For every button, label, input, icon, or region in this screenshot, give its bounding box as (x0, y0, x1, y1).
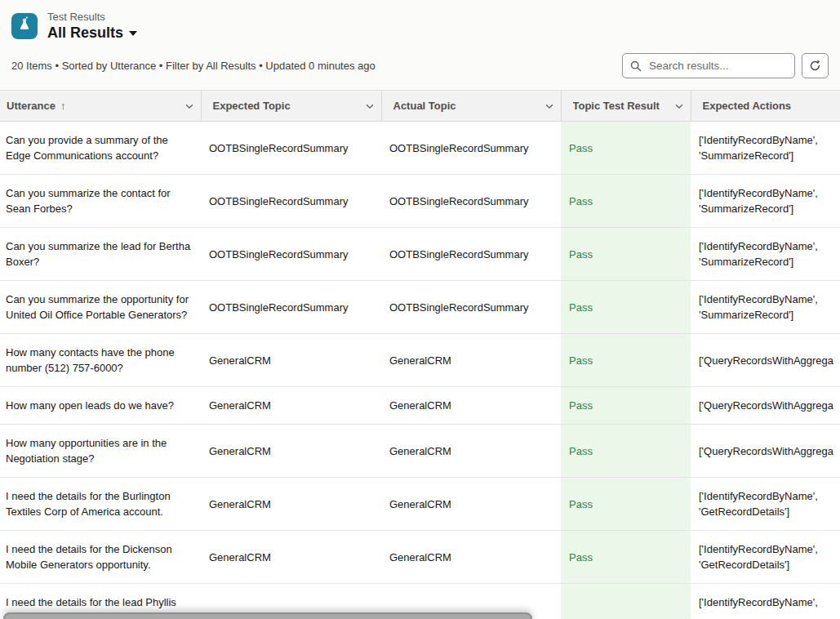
expected-topic-cell: OOTBSingleRecordSummary (201, 175, 381, 228)
table-row[interactable]: I need the details for the Dickenson Mob… (0, 531, 840, 584)
expected-actions-cell: ['IdentifyRecordByName', 'GetRecordDetai… (691, 478, 840, 531)
actual-topic-cell: GeneralCRM (381, 478, 561, 531)
table-row[interactable]: Can you summarize the opportunity for Un… (0, 281, 840, 334)
utterance-cell: Can you summarize the lead for Bertha Bo… (0, 228, 201, 281)
test-results-table: Utterance ↑ Expected Topic (0, 90, 840, 619)
table-row[interactable]: How many contacts have the phone number … (0, 334, 840, 387)
utterance-cell: Can you summarize the contact for Sean F… (0, 175, 201, 228)
column-header-topic-test-result[interactable]: Topic Test Result (561, 91, 691, 122)
table-row[interactable]: Can you provide a summary of the Edge Co… (0, 122, 840, 175)
expected-topic-cell: GeneralCRM (201, 531, 381, 584)
expected-actions-cell: ['QueryRecordsWithAggrega (691, 334, 840, 387)
utterance-cell: How many contacts have the phone number … (0, 334, 201, 387)
expected-actions-cell: ['IdentifyRecordByName', 'SummarizeRecor… (691, 122, 840, 175)
pass-badge: Pass (569, 498, 593, 510)
pass-badge: Pass (569, 445, 593, 457)
caret-down-icon (129, 31, 137, 36)
expected-topic-cell: OOTBSingleRecordSummary (201, 228, 381, 281)
table-header-row: Utterance ↑ Expected Topic (0, 91, 840, 122)
flask-icon (16, 16, 33, 37)
pass-badge: Pass (569, 248, 593, 261)
entity-label: Test Results (47, 11, 137, 24)
expected-actions-cell: ['IdentifyRecordByName', 'SummarizeRecor… (691, 281, 840, 334)
topic-test-result-cell: Pass (561, 478, 691, 531)
expected-topic-cell: GeneralCRM (201, 334, 381, 387)
column-header-expected-actions[interactable]: Expected Actions (691, 91, 840, 122)
expected-actions-cell: ['IdentifyRecordByName', 'GetRecordDetai… (691, 531, 840, 584)
expected-actions-cell: ['QueryRecordsWithAggrega (691, 387, 840, 425)
table-row[interactable]: Can you summarize the contact for Sean F… (0, 175, 840, 228)
utterance-cell: Can you provide a summary of the Edge Co… (0, 122, 201, 175)
chevron-down-icon[interactable] (365, 101, 375, 111)
utterance-cell: I need the details for the Burlington Te… (0, 478, 201, 531)
chevron-down-icon[interactable] (544, 101, 554, 111)
utterance-cell: Can you summarize the opportunity for Un… (0, 281, 201, 334)
refresh-button[interactable] (802, 53, 829, 78)
pass-badge: Pass (569, 551, 593, 563)
pass-badge: Pass (569, 142, 593, 154)
sort-ascending-icon: ↑ (60, 100, 66, 112)
pass-badge: Pass (569, 354, 593, 367)
view-name: All Results (47, 24, 123, 42)
pass-badge: Pass (569, 301, 593, 314)
actual-topic-cell: GeneralCRM (381, 425, 561, 478)
expected-actions-cell: ['IdentifyRecordByName', 'SummarizeRecor… (691, 228, 840, 281)
topic-test-result-cell: Pass (561, 425, 691, 478)
topic-test-result-cell: Pass (561, 531, 691, 584)
search-input[interactable] (647, 59, 787, 73)
pass-badge: Pass (569, 399, 593, 412)
horizontal-scrollbar-thumb[interactable] (3, 612, 532, 619)
expected-actions-cell: ['IdentifyRecordByName', 'SummarizeRecor… (691, 175, 840, 228)
expected-actions-cell: ['IdentifyRecordByName', (691, 584, 840, 619)
topic-test-result-cell: Pass (561, 228, 691, 281)
utterance-cell: I need the details for the Dickenson Mob… (0, 531, 201, 584)
topic-test-result-cell (561, 584, 691, 619)
column-header-utterance[interactable]: Utterance ↑ (0, 91, 201, 122)
expected-topic-cell: GeneralCRM (201, 387, 381, 425)
utterance-cell: How many open leads do we have? (0, 387, 201, 425)
test-results-object-icon (11, 13, 38, 39)
actual-topic-cell: GeneralCRM (381, 387, 561, 425)
actual-topic-cell: OOTBSingleRecordSummary (381, 122, 561, 175)
utterance-cell: How many opportunities are in the Negoti… (0, 425, 201, 478)
search-box[interactable] (622, 53, 795, 78)
list-view-selector[interactable]: All Results (47, 24, 137, 42)
pass-badge: Pass (569, 195, 593, 207)
actual-topic-cell: GeneralCRM (381, 334, 561, 387)
refresh-icon (809, 60, 821, 72)
table-row[interactable]: I need the details for the Burlington Te… (0, 478, 840, 531)
search-icon (630, 60, 642, 72)
actual-topic-cell: GeneralCRM (381, 531, 561, 584)
topic-test-result-cell: Pass (561, 334, 691, 387)
topic-test-result-cell: Pass (561, 281, 691, 334)
topic-test-result-cell: Pass (561, 175, 691, 228)
column-header-expected-topic[interactable]: Expected Topic (201, 91, 381, 122)
expected-topic-cell: OOTBSingleRecordSummary (201, 122, 381, 175)
topic-test-result-cell: Pass (561, 122, 691, 175)
expected-actions-cell: ['QueryRecordsWithAggrega (691, 425, 840, 478)
topic-test-result-cell: Pass (561, 387, 691, 425)
actual-topic-cell: OOTBSingleRecordSummary (381, 228, 561, 281)
list-summary-text: 20 Items • Sorted by Utterance • Filter … (11, 60, 376, 72)
actual-topic-cell: OOTBSingleRecordSummary (381, 175, 561, 228)
expected-topic-cell: GeneralCRM (201, 478, 381, 531)
expected-topic-cell: GeneralCRM (201, 425, 381, 478)
chevron-down-icon[interactable] (184, 101, 194, 111)
table-row[interactable]: How many open leads do we have? GeneralC… (0, 387, 840, 425)
list-view-header-panel: Test Results All Results 20 Items • Sort… (0, 0, 840, 90)
expected-topic-cell: OOTBSingleRecordSummary (201, 281, 381, 334)
actual-topic-cell: OOTBSingleRecordSummary (381, 281, 561, 334)
table-row[interactable]: How many opportunities are in the Negoti… (0, 425, 840, 478)
column-header-actual-topic[interactable]: Actual Topic (381, 91, 561, 122)
chevron-down-icon[interactable] (674, 101, 684, 111)
table-row[interactable]: Can you summarize the lead for Bertha Bo… (0, 228, 840, 281)
